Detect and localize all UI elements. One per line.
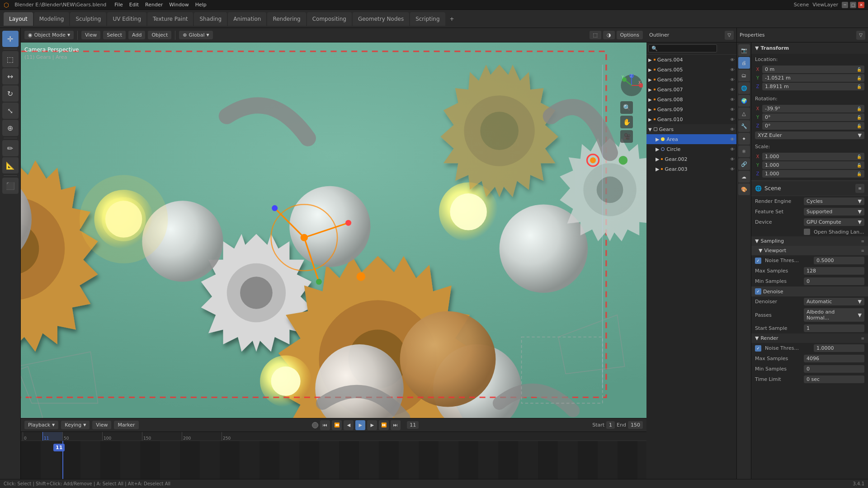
max-samples-render-value[interactable]: 4096 (804, 355, 864, 362)
tab-compositing[interactable]: Compositing (307, 12, 352, 26)
viewport-canvas[interactable]: Camera Perspective (11) Gears | Area Z (21, 42, 646, 418)
current-frame-display[interactable]: 11 (407, 421, 419, 429)
select-menu[interactable]: Select (103, 31, 126, 39)
scale-tool[interactable]: ⤡ (2, 103, 19, 119)
maximize-button[interactable]: □ (850, 2, 856, 8)
camera-icon[interactable]: 🎥 (620, 130, 633, 143)
outliner-item-gears007[interactable]: ▶ Gears.007 👁 (646, 84, 736, 94)
step-back-button[interactable]: ◀ (344, 420, 354, 430)
eye-icon[interactable]: 👁 (730, 167, 735, 172)
rotation-x-input[interactable]: -39.9° 🔓 (762, 105, 864, 113)
transform-selector[interactable]: ⊕ Global ▼ (179, 31, 212, 39)
jump-end-button[interactable]: ⏭ (391, 420, 401, 430)
eye-icon[interactable]: 👁 (730, 97, 735, 102)
close-button[interactable]: ✕ (858, 2, 864, 8)
location-x-input[interactable]: 0 m 🔓 (762, 66, 864, 73)
scale-z-input[interactable]: 1.000 🔓 (762, 170, 864, 178)
eye-icon[interactable]: 👁 (730, 107, 735, 112)
menu-file[interactable]: File (112, 1, 125, 9)
feature-set-dropdown[interactable]: Supported ▼ (804, 208, 864, 216)
denoise-subsection-header[interactable]: Denoise (751, 286, 868, 296)
transform-tool[interactable]: ⊕ (2, 120, 19, 136)
viewport-options-icon[interactable]: ≡ (861, 249, 864, 253)
outliner-item-gear002[interactable]: ▶ Gear.002 👁 (646, 154, 736, 164)
eye-icon[interactable]: 👁 (730, 157, 735, 162)
play-button[interactable]: ▶ (355, 420, 365, 430)
render-options-icon[interactable]: ≡ (861, 336, 864, 341)
keying-menu[interactable]: Keying ▼ (61, 421, 90, 429)
rotate-tool[interactable]: ↻ (2, 85, 19, 102)
outliner-item-gears010[interactable]: ▶ Gears.010 👁 (646, 114, 736, 124)
eye-icon[interactable]: 👁 (730, 127, 735, 132)
view-menu[interactable]: View (81, 31, 100, 39)
measure-tool[interactable]: 📐 (2, 157, 19, 174)
data-icon[interactable]: ☁ (738, 171, 750, 183)
tab-rendering[interactable]: Rendering (267, 12, 306, 26)
passes-dropdown[interactable]: Albedo and Normal... ▼ (804, 308, 864, 322)
start-sample-value[interactable]: 1 (804, 324, 864, 332)
eye-icon[interactable]: 👁 (730, 137, 735, 142)
open-shading-checkbox[interactable] (804, 229, 810, 235)
outliner-item-gears-collection[interactable]: ▼ Gears 👁 (646, 124, 736, 134)
particles-icon[interactable]: ✦ (738, 133, 750, 145)
eye-icon[interactable]: 👁 (730, 117, 735, 122)
viewport-overlays[interactable]: ⬚ (590, 31, 601, 39)
select-box-tool[interactable]: ⬚ (2, 51, 19, 67)
view-menu-timeline[interactable]: View (92, 421, 111, 429)
mode-selector[interactable]: ◉ Object Mode ▼ (24, 31, 74, 39)
output-properties-icon[interactable]: 🖨 (738, 57, 750, 69)
render-properties-icon[interactable]: 📷 (738, 44, 750, 56)
start-frame[interactable]: 1 (606, 421, 615, 429)
tab-texture-paint[interactable]: Texture Paint (147, 12, 193, 26)
scale-y-input[interactable]: 1.000 🔓 (762, 161, 864, 169)
min-samples-value[interactable]: 0 (804, 277, 864, 285)
jump-start-button[interactable]: ⏮ (320, 420, 330, 430)
view-layer-icon[interactable]: 🗂 (738, 70, 750, 81)
outliner-item-gear003[interactable]: ▶ Gear.003 👁 (646, 164, 736, 174)
location-z-input[interactable]: 1.8911 m 🔓 (762, 83, 864, 90)
viewport-subsection-header[interactable]: ▼ Viewport ≡ (751, 246, 868, 255)
outliner-item-gears004[interactable]: ▶ Gears.004 👁 (646, 55, 736, 65)
outliner-item-gears005[interactable]: ▶ Gears.005 👁 (646, 65, 736, 75)
rotation-y-input[interactable]: 0° 🔓 (762, 113, 864, 121)
rotation-z-input[interactable]: 0° 🔓 (762, 122, 864, 130)
eye-icon[interactable]: 👁 (730, 57, 735, 62)
add-workspace-button[interactable]: + (446, 14, 458, 24)
tab-modeling[interactable]: Modeling (34, 12, 70, 26)
menu-render[interactable]: Render (142, 1, 165, 9)
rotation-mode-dropdown[interactable]: XYZ Euler ▼ (755, 131, 864, 139)
location-y-input[interactable]: -1.0521 m 🔓 (762, 74, 864, 82)
material-icon[interactable]: 🎨 (738, 183, 750, 195)
world-icon[interactable]: 🌍 (738, 95, 750, 107)
tab-shading[interactable]: Shading (194, 12, 227, 26)
tab-geometry-nodes[interactable]: Geometry Nodes (353, 12, 409, 26)
eye-icon[interactable]: 👁 (730, 87, 735, 92)
tab-uv-editing[interactable]: UV Editing (107, 12, 146, 26)
outliner-item-gears006[interactable]: ▶ Gears.006 👁 (646, 75, 736, 84)
object-properties-icon[interactable]: △ (738, 108, 750, 119)
noise-threshold-value[interactable]: 0.5000 (814, 257, 864, 264)
scale-x-input[interactable]: 1.000 🔓 (762, 153, 864, 160)
menu-edit[interactable]: Edit (127, 1, 142, 9)
time-limit-render-value[interactable]: 0 sec (804, 375, 864, 383)
step-forward-button[interactable]: ▶ (367, 420, 377, 430)
properties-filter-icon[interactable]: ▽ (856, 31, 865, 40)
modifier-icon[interactable]: 🔧 (738, 120, 750, 132)
noise-threshold-checkbox[interactable] (755, 258, 761, 264)
transform-section-header[interactable]: ▼ Transform (751, 42, 868, 54)
tab-layout[interactable]: Layout (4, 12, 33, 26)
tab-animation[interactable]: Animation (228, 12, 266, 26)
scene-options-button[interactable]: ≡ (855, 184, 864, 193)
prev-keyframe-button[interactable]: ⏪ (332, 420, 342, 430)
playback-menu[interactable]: Playback ▼ (24, 421, 58, 429)
options-button[interactable]: Options (617, 31, 643, 39)
menu-window[interactable]: Window (166, 1, 191, 9)
add-cube-tool[interactable]: ⬛ (2, 178, 19, 194)
add-menu[interactable]: Add (128, 31, 145, 39)
eye-icon[interactable]: 👁 (730, 77, 735, 82)
denoise-checkbox[interactable] (755, 288, 761, 295)
max-samples-value[interactable]: 128 (804, 267, 864, 275)
outliner-item-circle[interactable]: ▶ Circle 👁 (646, 144, 736, 154)
noise-threshold-render-value[interactable]: 1.0000 (814, 344, 864, 352)
viewport-shading[interactable]: ◑ (603, 31, 615, 39)
